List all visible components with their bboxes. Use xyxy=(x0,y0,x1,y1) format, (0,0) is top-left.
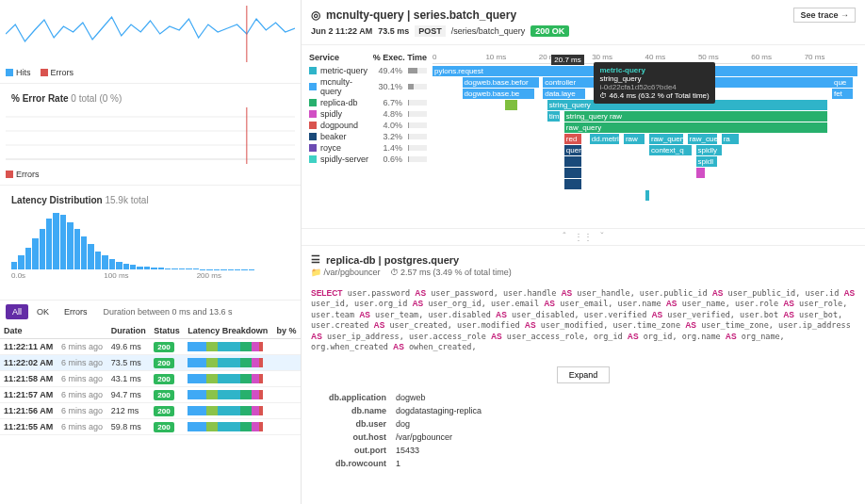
svc-row[interactable]: replica-db6.7% xyxy=(309,97,427,108)
legend-hits: Hits xyxy=(6,68,31,77)
expand-button[interactable]: Expand xyxy=(557,366,611,383)
trace-date: Jun 2 11:22 AM xyxy=(311,26,372,36)
col-breakdown[interactable]: Latency Breakdown xyxy=(184,323,272,339)
trace-path: /series/batch_query xyxy=(451,26,526,36)
span-spidl[interactable]: spidl xyxy=(696,156,718,167)
flame-graph[interactable]: 20.7 ms pylons.request dogweb.base.befor… xyxy=(432,66,857,217)
span-string-query-raw[interactable]: string_query raw xyxy=(564,111,828,122)
folder-icon: 📁 xyxy=(311,268,321,277)
trace-row[interactable]: 11:21:57 AM6 mins ago94.7 ms200 xyxy=(0,387,301,403)
span-quer[interactable]: quer xyxy=(564,145,581,155)
time-marker: 20.7 ms xyxy=(551,55,583,65)
latency-histogram xyxy=(11,213,289,269)
detail-time: ⏱ 2.57 ms (3.49 % of total time) xyxy=(390,268,512,277)
trace-row[interactable]: 11:22:11 AM6 mins ago49.6 ms200 xyxy=(0,339,301,355)
filter-errors[interactable]: Errors xyxy=(57,304,94,319)
filter-all[interactable]: All xyxy=(6,304,28,319)
duration-filter-text: Duration between 0 ms and 13.6 s xyxy=(104,307,233,317)
svc-row[interactable]: dogpound4.0% xyxy=(309,120,427,131)
span-b3[interactable] xyxy=(564,179,581,189)
legend-errors-2: Errors xyxy=(6,170,40,179)
span-p1[interactable] xyxy=(696,168,705,178)
span-raw-query[interactable]: raw_query xyxy=(564,122,828,133)
span-red[interactable]: red xyxy=(564,134,581,144)
span-t1[interactable] xyxy=(645,190,650,201)
err-rate-title: % Error Rate 0 total (0 %) xyxy=(6,89,295,107)
hits-chart xyxy=(6,6,295,62)
span-tim[interactable]: tim xyxy=(547,111,561,122)
lat-dist-title: Latency Distribution 15.9k total xyxy=(6,191,295,209)
trace-row[interactable]: 11:21:55 AM6 mins ago59.8 ms200 xyxy=(0,419,301,435)
span-raw[interactable]: raw xyxy=(624,134,645,144)
svc-row[interactable]: spidly4.8% xyxy=(309,108,427,120)
trace-title: mcnulty-query | series.batch_query xyxy=(326,8,516,22)
svc-row[interactable]: spidly-server0.6% xyxy=(309,154,427,165)
trace-row[interactable]: 11:22:02 AM6 mins ago73.5 ms200 xyxy=(0,355,301,371)
svc-row[interactable]: mcnulty-query30.1% xyxy=(309,76,427,97)
sql-text: SELECT user.password AS user_password, u… xyxy=(311,283,856,359)
svc-col-pct[interactable]: % Exec. Time xyxy=(373,53,427,62)
span-dogweb1[interactable]: dogweb.base.befor xyxy=(463,77,539,88)
trace-row[interactable]: 11:21:56 AM6 mins ago212 ms200 xyxy=(0,403,301,419)
span-dogweb2[interactable]: dogweb.base.be xyxy=(463,89,535,99)
trace-list-table: Date Duration Status Latency Breakdown b… xyxy=(0,323,301,435)
trace-duration: 73.5 ms xyxy=(378,26,409,36)
span-green1[interactable] xyxy=(505,100,518,110)
col-duration[interactable]: Duration xyxy=(107,323,151,339)
span-fet[interactable]: fet xyxy=(832,89,854,99)
see-trace-button[interactable]: See trace → xyxy=(793,8,856,23)
svc-row[interactable]: royce1.4% xyxy=(309,142,427,154)
span-spidly[interactable]: spidly xyxy=(696,145,722,155)
db-icon: ☰ xyxy=(311,253,320,266)
http-method: POST xyxy=(415,25,446,37)
detail-path: /var/pgbouncer xyxy=(324,268,381,277)
flame-icon: ◎ xyxy=(311,8,320,22)
col-status[interactable]: Status xyxy=(150,323,184,339)
span-b2[interactable] xyxy=(564,168,581,178)
span-b1[interactable] xyxy=(564,156,581,167)
span-datalayer[interactable]: data.laye xyxy=(543,89,585,99)
span-context-q[interactable]: context_q xyxy=(649,145,692,155)
svc-row[interactable]: metric-query49.4% xyxy=(309,65,427,76)
err-rate-chart xyxy=(6,107,295,164)
col-date[interactable]: Date xyxy=(0,323,57,339)
trace-row[interactable]: 11:21:58 AM6 mins ago43.1 ms200 xyxy=(0,371,301,387)
col-bypct[interactable]: by % xyxy=(273,323,301,339)
span-ra[interactable]: ra xyxy=(722,134,739,144)
meta-table: db.applicationdogwebdb.namedogdatastagin… xyxy=(311,391,856,470)
detail-nav[interactable]: ˆ ⋮⋮ ˇ xyxy=(302,229,865,246)
span-raw-cue[interactable]: raw_cue xyxy=(688,134,718,144)
filter-ok[interactable]: OK xyxy=(30,304,56,319)
span-que[interactable]: que xyxy=(832,77,854,88)
svc-col-service[interactable]: Service xyxy=(309,53,339,62)
detail-title: replica-db | postgres.query xyxy=(326,254,459,266)
span-dd-metric[interactable]: dd.metri xyxy=(590,134,620,144)
span-tooltip: metric-query string_query i-0d22cfa1d52c… xyxy=(594,62,714,104)
status-pill: 200 OK xyxy=(530,25,569,37)
svc-row[interactable]: beaker3.2% xyxy=(309,131,427,142)
span-raw-query2[interactable]: raw_query xyxy=(649,134,683,144)
legend-errors: Errors xyxy=(41,68,74,77)
